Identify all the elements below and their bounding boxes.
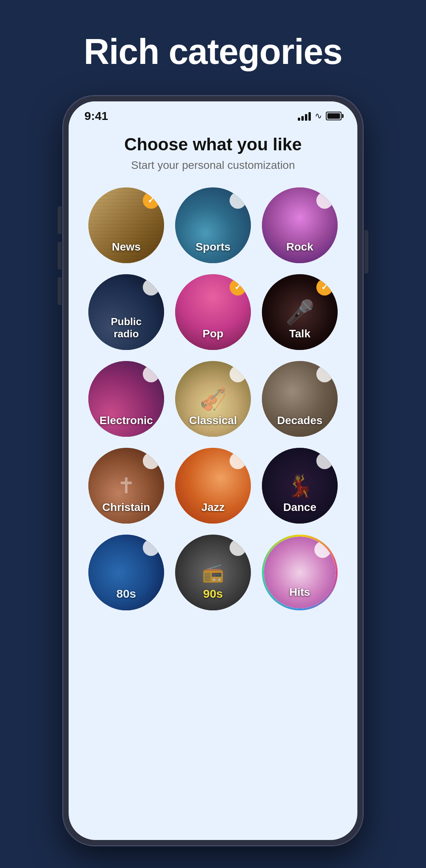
category-90s[interactable]: 📻 90s xyxy=(175,535,251,610)
category-90s-label: 90s xyxy=(175,587,251,600)
category-sports[interactable]: Sports xyxy=(175,187,251,263)
category-talk[interactable]: 🎤 ✓ Talk xyxy=(262,274,338,350)
category-classical-label: Classical xyxy=(175,414,251,427)
status-bar: 9:41 ∿ xyxy=(69,101,357,127)
category-dance-label: Dance xyxy=(262,501,338,514)
battery-icon xyxy=(326,112,342,120)
category-hits-label: Hits xyxy=(264,586,336,599)
phone-frame: 9:41 ∿ Choose what you like Start your p… xyxy=(63,96,363,846)
screen-subheading: Start your personal customization xyxy=(84,159,342,172)
christian-selection-indicator xyxy=(143,453,159,469)
status-time: 9:41 xyxy=(84,109,108,123)
category-public-radio[interactable]: Publicradio xyxy=(88,274,164,350)
category-pop-label: Pop xyxy=(175,327,251,340)
jazz-selection-indicator xyxy=(230,453,246,469)
category-news-label: News xyxy=(88,241,164,253)
80s-selection-indicator xyxy=(143,539,159,556)
classical-selection-indicator xyxy=(230,366,246,382)
category-jazz-label: Jazz xyxy=(175,501,251,514)
wifi-icon: ∿ xyxy=(315,111,322,121)
category-hits[interactable]: Hits xyxy=(262,535,338,610)
news-check: ✓ xyxy=(148,196,155,205)
90s-selection-indicator xyxy=(230,539,246,556)
hits-selection-indicator xyxy=(314,541,331,558)
pop-check: ✓ xyxy=(234,283,241,292)
sports-selection-indicator xyxy=(230,192,246,209)
category-80s-label: 80s xyxy=(88,587,164,600)
talk-selection-indicator: ✓ xyxy=(316,279,333,296)
public-radio-selection-indicator xyxy=(143,279,159,296)
pop-selection-indicator: ✓ xyxy=(230,279,246,296)
category-electronic-label: Electronic xyxy=(88,414,164,427)
electronic-selection-indicator xyxy=(143,366,159,382)
category-christian[interactable]: ✝ Christain xyxy=(88,448,164,524)
category-dance[interactable]: 💃 Dance xyxy=(262,448,338,524)
category-decades-label: Decades xyxy=(262,414,338,427)
category-electronic[interactable]: Electronic xyxy=(88,361,164,437)
category-rock[interactable]: Rock xyxy=(262,187,338,263)
screen-heading: Choose what you like xyxy=(84,135,342,154)
category-jazz[interactable]: Jazz xyxy=(175,448,251,524)
categories-grid: ✓ News Sports Rock xyxy=(84,187,342,610)
category-christian-label: Christain xyxy=(88,501,164,514)
page-title: Rich categories xyxy=(84,32,342,72)
phone-screen: 9:41 ∿ Choose what you like Start your p… xyxy=(69,101,357,840)
category-talk-label: Talk xyxy=(262,327,338,340)
category-80s[interactable]: 80s xyxy=(88,535,164,610)
signal-icon xyxy=(298,111,311,121)
category-decades[interactable]: Decades xyxy=(262,361,338,437)
category-pop[interactable]: ✓ Pop xyxy=(175,274,251,350)
dance-selection-indicator xyxy=(316,453,333,469)
category-sports-label: Sports xyxy=(175,241,251,253)
category-public-radio-label: Publicradio xyxy=(88,316,164,340)
status-icons: ∿ xyxy=(298,111,342,121)
screen-content: Choose what you like Start your personal… xyxy=(69,127,357,840)
category-news[interactable]: ✓ News xyxy=(88,187,164,263)
talk-check: ✓ xyxy=(321,283,328,292)
news-selection-indicator: ✓ xyxy=(143,192,159,209)
category-rock-label: Rock xyxy=(262,241,338,253)
category-classical[interactable]: 🎻 Classical xyxy=(175,361,251,437)
decades-selection-indicator xyxy=(316,366,333,382)
rock-selection-indicator xyxy=(316,192,333,209)
